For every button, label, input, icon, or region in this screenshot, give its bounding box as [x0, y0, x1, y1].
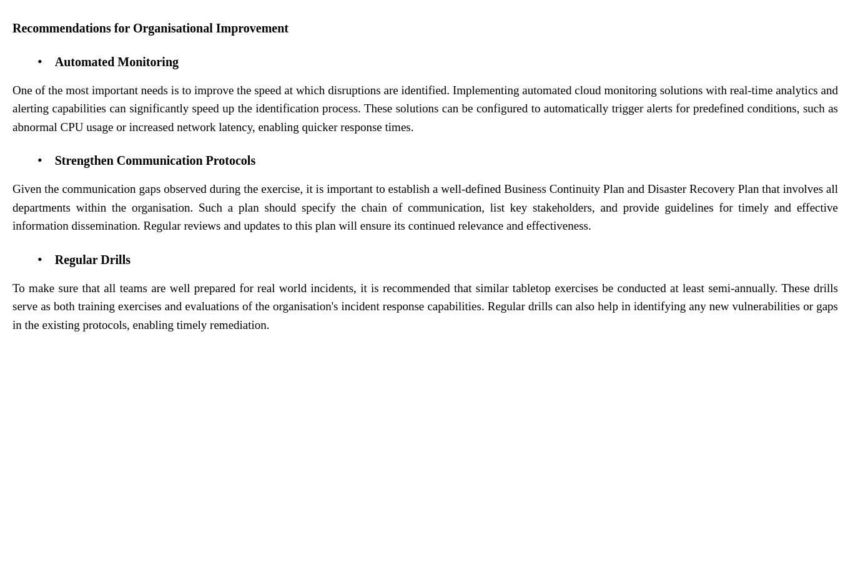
bullet-heading-automated: • Automated Monitoring	[12, 52, 838, 71]
page-content: Recommendations for Organisational Impro…	[12, 19, 838, 334]
bullet-heading-communication: • Strengthen Communication Protocols	[12, 151, 838, 170]
main-heading: Recommendations for Organisational Impro…	[12, 19, 838, 37]
paragraph-automated: One of the most important needs is to im…	[12, 81, 838, 136]
section-automated-monitoring: • Automated Monitoring One of the most i…	[12, 52, 838, 136]
section-communication: • Strengthen Communication Protocols Giv…	[12, 151, 838, 235]
bullet-title-communication: Strengthen Communication Protocols	[55, 151, 255, 170]
bullet-title-automated: Automated Monitoring	[55, 52, 179, 71]
bullet-heading-drills: • Regular Drills	[12, 250, 838, 269]
bullet-dot-2: •	[37, 154, 42, 167]
bullet-dot-1: •	[37, 55, 42, 69]
paragraph-drills: To make sure that all teams are well pre…	[12, 279, 838, 334]
bullet-title-drills: Regular Drills	[55, 250, 131, 269]
paragraph-communication: Given the communication gaps observed du…	[12, 180, 838, 235]
bullet-dot-3: •	[37, 253, 42, 267]
section-drills: • Regular Drills To make sure that all t…	[12, 250, 838, 334]
